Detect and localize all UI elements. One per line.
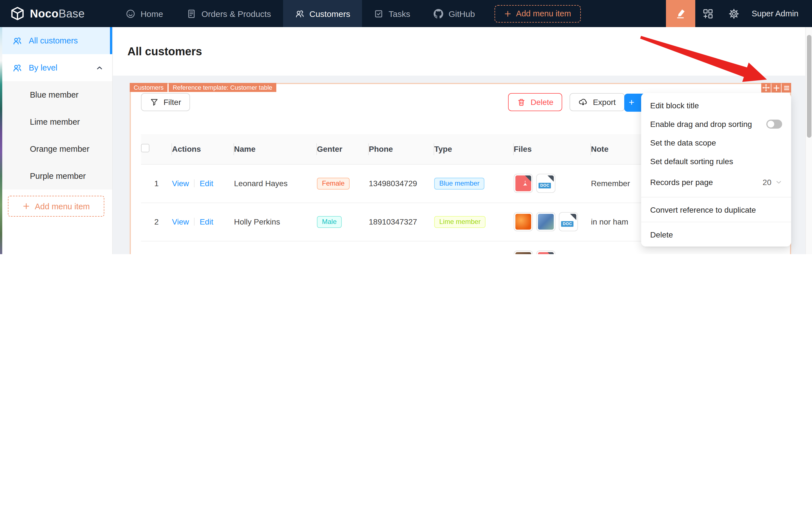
file-image-food-thumbnail[interactable] xyxy=(514,251,533,254)
link-separator xyxy=(194,218,194,226)
brand-text: NocoBase xyxy=(30,7,85,20)
column-header-actions: Actions xyxy=(172,134,234,164)
navbar-menu: HomeOrders & ProductsCustomersTasksGitHu… xyxy=(114,0,487,27)
nav-item-label: Customers xyxy=(309,9,350,18)
files-cell: DOC xyxy=(514,164,591,203)
type-tag: Blue member xyxy=(434,177,485,189)
chevron-up-icon[interactable] xyxy=(96,64,103,71)
column-header-files: Files xyxy=(514,134,591,164)
records-per-page-select[interactable]: 20 xyxy=(763,178,782,187)
file-pdf-thumbnail[interactable] xyxy=(536,251,555,254)
nocobase-logo[interactable]: NocoBase xyxy=(0,6,96,21)
left-edge-strip xyxy=(0,27,2,254)
sidebar-item-by-level[interactable]: By level xyxy=(2,54,112,81)
nav-item-label: Home xyxy=(140,9,163,18)
cloud-download-icon xyxy=(579,97,588,107)
type-tag: Lime member xyxy=(434,216,486,228)
sidebar-subitem-orange-member[interactable]: Orange member xyxy=(2,135,112,163)
menu-item-label: Records per page xyxy=(650,178,713,187)
export-button[interactable]: Export xyxy=(570,93,625,111)
edit-link[interactable]: Edit xyxy=(199,217,213,226)
menu-divider xyxy=(641,197,791,198)
add-new-plus-label: + xyxy=(629,97,634,108)
plus-icon[interactable] xyxy=(771,83,781,92)
nav-item-home[interactable]: Home xyxy=(114,0,175,27)
ui-editor-button[interactable] xyxy=(666,0,695,27)
menu-item-label: Convert reference to duplicate xyxy=(650,205,756,214)
sidebar-submenu: Blue memberLime memberOrange memberPurpl… xyxy=(2,81,112,189)
github-icon xyxy=(434,9,444,18)
sidebar-subitem-lime-member[interactable]: Lime member xyxy=(2,108,112,135)
navbar-add-menu-item-button[interactable]: Add menu item xyxy=(495,5,581,22)
actions-cell: ViewEdit xyxy=(172,241,234,254)
view-link[interactable]: View xyxy=(172,179,189,188)
trash-icon xyxy=(517,98,526,107)
doc-label: DOC xyxy=(561,221,574,227)
team-icon xyxy=(295,9,304,18)
vertical-scrollbar-thumb[interactable] xyxy=(807,35,811,138)
menu-item-enable-drag-and-drop-sorting[interactable]: Enable drag and drop sorting xyxy=(641,115,791,133)
menu-item-records-per-page[interactable]: Records per page20 xyxy=(641,170,791,194)
row-index: 1 xyxy=(141,164,172,203)
file-doc-thumbnail[interactable]: DOC xyxy=(559,212,578,231)
type-cell: Orange member xyxy=(434,241,514,254)
plugin-manager-button[interactable] xyxy=(695,0,721,27)
page-fold xyxy=(547,175,554,182)
chevron-down-icon xyxy=(775,179,782,185)
plus-icon xyxy=(22,203,30,210)
page-fold xyxy=(525,175,531,182)
nav-item-github[interactable]: GitHub xyxy=(422,0,487,27)
menu-item-label: Set default sorting rules xyxy=(650,157,733,166)
drag-sort-toggle[interactable] xyxy=(766,119,782,128)
gender-cell: Male xyxy=(317,203,369,241)
nav-item-customers[interactable]: Customers xyxy=(283,0,362,27)
menu-item-convert-reference-to-duplicate[interactable]: Convert reference to duplicate xyxy=(641,200,791,219)
menu-icon[interactable] xyxy=(781,83,791,92)
gear-icon xyxy=(729,8,739,19)
menu-item-label: Set the data scope xyxy=(650,138,716,147)
sidebar-subitem-blue-member[interactable]: Blue member xyxy=(2,81,112,108)
vertical-scrollbar[interactable] xyxy=(805,27,812,254)
files-cell xyxy=(514,241,591,254)
row-index: 2 xyxy=(141,203,172,241)
sidebar-item-label: By level xyxy=(29,63,57,72)
settings-button[interactable] xyxy=(721,0,747,27)
pen-icon xyxy=(675,8,686,19)
records-per-page-value: 20 xyxy=(763,178,771,187)
page-title: All customers xyxy=(127,45,202,58)
edit-link[interactable]: Edit xyxy=(199,179,213,188)
doc-label: DOC xyxy=(539,183,551,188)
user-menu[interactable]: Super Admin xyxy=(752,9,799,18)
file-pdf-thumbnail[interactable] xyxy=(514,174,533,193)
sidebar-item-label: All customers xyxy=(29,36,78,45)
menu-item-set-the-data-scope[interactable]: Set the data scope xyxy=(641,133,791,152)
drag-icon[interactable] xyxy=(761,83,771,92)
sidebar-subitem-purple-member[interactable]: Purple member xyxy=(2,163,112,189)
file-image-fruit-thumbnail[interactable] xyxy=(514,212,533,231)
sidebar-item-all-customers[interactable]: All customers xyxy=(2,27,112,54)
filter-button[interactable]: Filter xyxy=(141,93,190,111)
sidebar-add-menu-item-label: Add menu item xyxy=(35,202,90,211)
nav-item-orders[interactable]: Orders & Products xyxy=(175,0,283,27)
menu-item-label: Edit block title xyxy=(650,101,699,110)
select-all-checkbox[interactable] xyxy=(141,144,149,153)
view-link[interactable]: View xyxy=(172,217,189,226)
page-header: All customers xyxy=(113,27,805,76)
filter-label: Filter xyxy=(164,97,181,107)
name-cell: Leonard Hayes xyxy=(234,164,317,203)
nav-item-label: Orders & Products xyxy=(201,9,271,18)
delete-button[interactable]: Delete xyxy=(508,93,562,111)
file-image-plant-thumbnail[interactable] xyxy=(536,212,555,231)
sidebar-add-menu-item-button[interactable]: Add menu item xyxy=(8,196,104,217)
cube-logo-icon xyxy=(10,6,25,21)
nav-item-tasks[interactable]: Tasks xyxy=(362,0,422,27)
files-cell: DOC xyxy=(514,203,591,241)
column-header-type: Type xyxy=(434,134,514,164)
funnel-icon xyxy=(150,98,159,107)
menu-item-edit-block-title[interactable]: Edit block title xyxy=(641,96,791,115)
menu-item-delete[interactable]: Delete xyxy=(641,225,791,244)
file-doc-thumbnail[interactable]: DOC xyxy=(536,174,555,193)
menu-item-set-default-sorting-rules[interactable]: Set default sorting rules xyxy=(641,152,791,170)
gender-tag: Male xyxy=(317,216,342,228)
top-navbar: NocoBase HomeOrders & ProductsCustomersT… xyxy=(0,0,812,27)
